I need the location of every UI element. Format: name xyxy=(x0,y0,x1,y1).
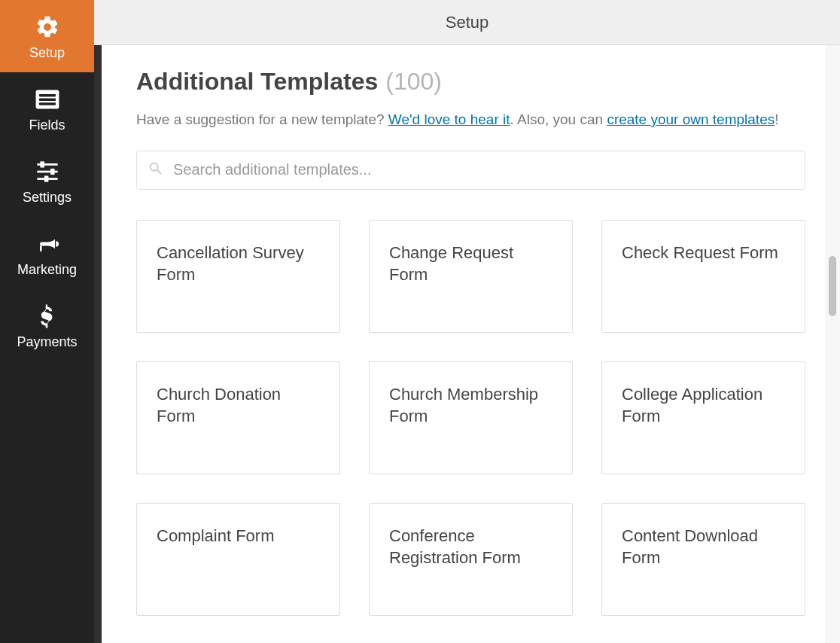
sliders-icon xyxy=(35,157,60,187)
sidebar-item-marketing[interactable]: Marketing xyxy=(0,217,94,289)
template-title: Church Membership Form xyxy=(389,383,552,428)
template-card[interactable]: Church Donation Form xyxy=(136,361,340,474)
template-card[interactable]: Conference Registration Form xyxy=(369,503,573,616)
template-card[interactable]: Change Request Form xyxy=(369,220,573,333)
gear-icon xyxy=(35,12,60,42)
svg-rect-1 xyxy=(38,94,55,97)
page-header: Additional Templates (100) xyxy=(136,68,805,96)
search-icon xyxy=(148,160,164,180)
template-title: College Application Form xyxy=(622,383,785,428)
scrollbar-thumb[interactable] xyxy=(829,256,836,316)
bullhorn-icon xyxy=(35,229,60,259)
template-card[interactable]: Complaint Form xyxy=(136,503,340,616)
template-title: Complaint Form xyxy=(157,525,320,547)
desc-text-suffix: ! xyxy=(775,111,778,127)
topbar: Setup xyxy=(94,0,840,45)
desc-text-prefix: Have a suggestion for a new template? xyxy=(136,111,388,127)
template-title: Content Download Form xyxy=(622,525,785,569)
feedback-link[interactable]: We'd love to hear it xyxy=(388,111,510,127)
sidebar-item-label: Setup xyxy=(29,45,65,61)
svg-rect-4 xyxy=(37,163,57,166)
template-card[interactable]: Check Request Form xyxy=(601,220,805,333)
template-grid: Cancellation Survey Form Change Request … xyxy=(136,220,805,616)
sidebar-item-setup[interactable]: Setup xyxy=(0,0,94,72)
svg-rect-7 xyxy=(50,168,54,174)
search-box[interactable] xyxy=(136,151,805,190)
template-title: Church Donation Form xyxy=(157,383,320,428)
page-title: Setup xyxy=(446,13,489,32)
create-template-link[interactable]: create your own templates xyxy=(607,111,775,127)
sidebar: Setup Fields Settings Marketing xyxy=(0,0,94,643)
sidebar-item-fields[interactable]: Fields xyxy=(0,72,94,145)
template-card[interactable]: Church Membership Form xyxy=(369,361,573,474)
sidebar-item-payments[interactable]: Payments xyxy=(0,289,94,361)
template-card[interactable]: Cancellation Survey Form xyxy=(136,220,340,333)
template-title: Check Request Form xyxy=(622,242,785,264)
template-title: Cancellation Survey Form xyxy=(157,242,320,286)
template-card[interactable]: Content Download Form xyxy=(601,503,805,616)
svg-rect-5 xyxy=(40,161,44,167)
svg-rect-2 xyxy=(38,98,55,101)
dollar-icon xyxy=(39,301,56,331)
desc-text-mid: . Also, you can xyxy=(510,111,607,127)
sidebar-item-settings[interactable]: Settings xyxy=(0,145,94,217)
scrollbar[interactable] xyxy=(825,45,840,643)
svg-rect-9 xyxy=(44,175,47,181)
fields-icon xyxy=(35,84,60,114)
content-wrap: Additional Templates (100) Have a sugges… xyxy=(94,45,840,643)
search-input[interactable] xyxy=(173,161,794,178)
sidebar-item-label: Payments xyxy=(17,334,77,350)
svg-rect-6 xyxy=(37,170,57,172)
template-title: Change Request Form xyxy=(389,242,552,286)
section-description: Have a suggestion for a new template? We… xyxy=(136,109,805,131)
template-title: Conference Registration Form xyxy=(389,525,552,569)
template-count: (100) xyxy=(385,68,442,96)
sidebar-item-label: Fields xyxy=(29,117,65,133)
template-card[interactable]: College Application Form xyxy=(601,361,805,474)
sidebar-item-label: Settings xyxy=(23,190,72,206)
content: Additional Templates (100) Have a sugges… xyxy=(102,45,840,643)
section-heading: Additional Templates xyxy=(136,68,378,96)
sidebar-item-label: Marketing xyxy=(17,262,77,278)
svg-rect-3 xyxy=(38,102,55,105)
